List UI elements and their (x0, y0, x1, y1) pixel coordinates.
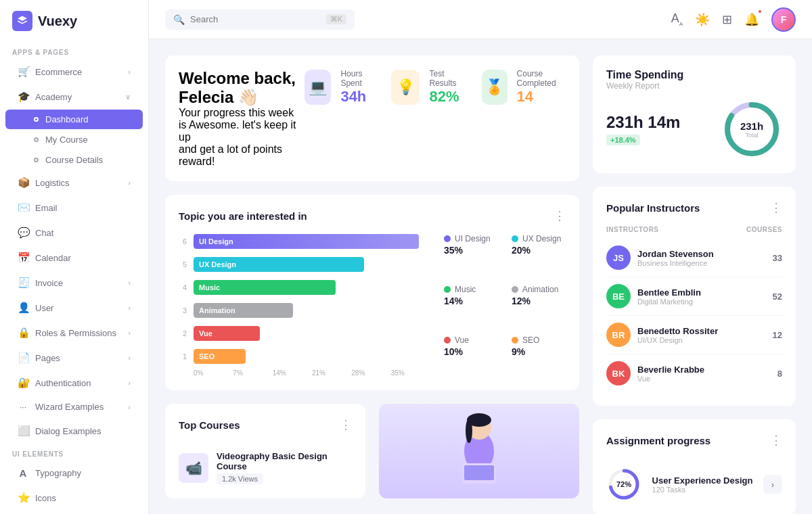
sub-dot-icon (34, 117, 39, 122)
instructor-role-3: Vue (637, 375, 704, 383)
stat-icon-test: 💡 (391, 70, 420, 105)
chevron-right-icon: › (128, 304, 131, 312)
assignment-dots[interactable]: ⋮ (770, 433, 782, 448)
theme-icon[interactable]: ☀️ (695, 12, 710, 27)
instructor-left-2: BR Benedetto Rossiter UI/UX Design (606, 323, 718, 347)
lock-icon: 🔒 (18, 327, 28, 339)
chart-bars: 6 UI Design 5 UX Design 4 Music (179, 234, 430, 364)
grid-icon[interactable]: ⊞ (722, 12, 732, 27)
chart-row-2: 5 UX Design (179, 257, 430, 272)
legend-pct-animation: 12% (512, 296, 531, 306)
instructor-name-1: Bentlee Emblin (637, 287, 701, 298)
sidebar-label-invoice: Invoice (35, 278, 63, 288)
assignment-chevron-0[interactable]: › (763, 475, 782, 494)
assignment-item-0: 72% User Experience Design 120 Tasks › (606, 459, 782, 502)
bar-track-animation: Animation (194, 303, 430, 318)
chevron-right-icon: › (128, 403, 131, 411)
sidebar-item-calendar[interactable]: 📅 Calendar (5, 246, 143, 270)
search-box[interactable]: 🔍 ⌘K (165, 9, 355, 30)
stat-label-hours: Hours Spent (340, 69, 375, 88)
section-ui-label: UI ELEMENTS (0, 444, 148, 461)
typography-icon: A (18, 467, 28, 479)
avatar[interactable]: F (771, 7, 796, 32)
top-courses-dots[interactable]: ⋮ (340, 417, 352, 432)
left-column: Welcome back, Felecia 👋🏻 Your progress t… (165, 55, 579, 514)
bar-track-uxdesign: UX Design (194, 257, 430, 272)
instructor-avatar-0: JS (606, 246, 631, 270)
topics-dots-menu[interactable]: ⋮ (554, 208, 566, 223)
translate-icon[interactable]: AA (671, 11, 683, 27)
legend-vue: Vue 10% (444, 335, 498, 377)
instructor-left-0: JS Jordan Stevenson Business Intelligenc… (606, 246, 714, 270)
assignment-info-0: User Experience Design 120 Tasks (652, 475, 753, 494)
sidebar-item-ecommerce[interactable]: 🛒 Ecommerce › (5, 60, 143, 84)
notification-icon[interactable]: 🔔 (744, 12, 759, 27)
search-shortcut: ⌘K (326, 14, 346, 24)
svg-rect-5 (464, 465, 494, 480)
stat-label-course: Course Completed (517, 69, 566, 88)
sidebar-item-icons[interactable]: ⭐ Icons (5, 486, 143, 510)
assign-donut-pct: 72% (616, 480, 631, 488)
legend-dot-cyan (512, 235, 518, 242)
legend-music: Music 14% (444, 285, 498, 326)
sidebar-label-chat: Chat (35, 228, 53, 238)
chart-label-1: 1 (179, 352, 187, 360)
sidebar-item-roles-permissions[interactable]: 🔒 Roles & Permissions › (5, 321, 143, 345)
search-input[interactable] (190, 14, 321, 24)
auth-icon: 🔐 (18, 377, 28, 389)
x-label-35: 35% (391, 369, 430, 377)
sidebar-item-academy[interactable]: 🎓 Academy ∨ (5, 85, 143, 109)
sub-dot-icon (34, 137, 39, 142)
legend-pct-seo: 9% (512, 346, 525, 357)
topics-card-header: Topic you are interested in ⋮ (179, 208, 566, 223)
welcome-title: Welcome back, Felecia 👋🏻 (179, 69, 304, 107)
popular-instructors-title: Popular Instructors (606, 202, 700, 214)
instructor-row-3: BK Beverlie Krabbe Vue 8 (606, 354, 782, 392)
chevron-right-icon: › (128, 329, 131, 337)
sidebar-item-chat[interactable]: 💬 Chat (5, 220, 143, 245)
chevron-right-icon: › (128, 179, 131, 187)
chevron-right-icon: › (128, 354, 131, 362)
donut-center: 231h Total (740, 120, 763, 139)
sidebar-label-email: Email (35, 203, 58, 213)
legend-dot-red (444, 337, 451, 344)
sidebar-item-logistics[interactable]: 📦 Logistics › (5, 170, 143, 195)
sidebar-item-authentication[interactable]: 🔐 Authentication › (5, 371, 143, 395)
stat-info-course: Course Completed 14 (517, 69, 566, 106)
pages-icon: 📄 (18, 352, 28, 364)
sidebar-item-course-details[interactable]: Course Details (5, 150, 143, 170)
ecommerce-icon: 🛒 (18, 66, 28, 78)
chart-x-labels: 0% 7% 14% 21% 28% 35% (179, 369, 430, 377)
chart-label-2: 2 (179, 329, 187, 337)
instructor-row-2: BR Benedetto Rossiter UI/UX Design 12 (606, 316, 782, 354)
time-donut: 231h Total (721, 99, 782, 160)
logistics-icon: 📦 (18, 177, 28, 189)
sidebar-item-user[interactable]: 👤 User › (5, 296, 143, 320)
bar-fill-music: Music (194, 280, 336, 295)
stat-info-hours: Hours Spent 34h (340, 69, 375, 106)
sidebar-item-typography[interactable]: A Typography (5, 461, 143, 485)
sidebar-label-my-course: My Course (45, 135, 88, 145)
welcome-greeting: Welcome back, (179, 69, 296, 87)
instructor-avatar-2: BR (606, 323, 631, 347)
assignment-header: Assignment progress ⋮ (606, 433, 782, 448)
legend-seo: SEO 9% (512, 335, 566, 377)
popular-instructors-dots[interactable]: ⋮ (770, 200, 782, 215)
sidebar-item-email[interactable]: ✉️ Email (5, 195, 143, 220)
sidebar-item-pages[interactable]: 📄 Pages › (5, 346, 143, 370)
sidebar-label-dashboard: Dashboard (45, 114, 89, 124)
legend-dot-purple (444, 235, 451, 242)
sidebar-label-course-details: Course Details (45, 155, 103, 165)
sidebar-item-invoice[interactable]: 🧾 Invoice › (5, 271, 143, 295)
chart-row-6: 1 SEO (179, 349, 430, 364)
instructor-name-2: Benedetto Rossiter (637, 326, 718, 336)
topics-card-title: Topic you are interested in (179, 210, 307, 222)
app-logo[interactable]: Vuexy (0, 0, 148, 42)
legend-pct-vue: 10% (444, 346, 463, 357)
stat-icon-hours: 💻 (304, 70, 331, 105)
instructor-courses-2: 12 (773, 330, 782, 340)
sidebar-item-dialog-examples[interactable]: ⬜ Dialog Examples (5, 419, 143, 443)
sidebar-item-dashboard[interactable]: Dashboard (5, 110, 143, 129)
sidebar-item-wizard-examples[interactable]: ··· Wizard Examples › (5, 396, 143, 418)
sidebar-item-my-course[interactable]: My Course (5, 130, 143, 149)
